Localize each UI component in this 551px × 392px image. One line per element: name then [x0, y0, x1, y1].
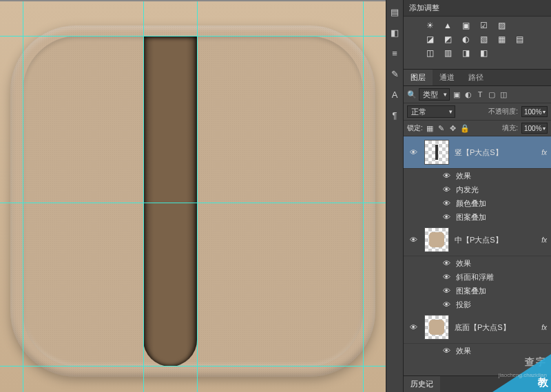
tab-history[interactable]: 历史记 — [404, 376, 440, 392]
fx-label[interactable]: 效果 — [456, 258, 471, 269]
layers-tabs: 图层 通道 路径 — [404, 70, 551, 86]
adj-lookup-icon[interactable]: ▤ — [514, 34, 525, 44]
visibility-eye-icon[interactable]: 👁 — [441, 299, 452, 310]
fx-badge[interactable]: fx — [541, 324, 547, 331]
document-canvas[interactable] — [0, 1, 386, 392]
layer-row[interactable]: 👁 竖【P大点S】 fx — [404, 136, 551, 169]
visibility-eye-icon[interactable]: 👁 — [408, 322, 419, 333]
layer-row[interactable]: 👁 底面【P大点S】 fx — [404, 311, 551, 344]
canvas-area — [0, 0, 386, 392]
panel-icon[interactable]: ✎ — [388, 68, 401, 80]
layers-list: 👁 竖【P大点S】 fx 👁效果 👁内发光 👁颜色叠加 👁图案叠加 👁 中【P大… — [404, 136, 551, 358]
fx-pattern-overlay[interactable]: 图案叠加 — [456, 286, 486, 296]
layer-name[interactable]: 竖【P大点S】 — [455, 147, 539, 158]
guide-vertical[interactable] — [363, 1, 364, 392]
adj-gradient-map-icon[interactable]: ◧ — [478, 48, 489, 58]
layer-effects-list: 👁效果 👁斜面和浮雕 👁图案叠加 👁投影 — [404, 256, 551, 311]
layer-filter-bar: 🔍 类型 ▣ ◐ T ▢ ◫ — [404, 86, 551, 103]
panel-icon[interactable]: ▤ — [388, 6, 401, 18]
filter-type-dropdown[interactable]: 类型 — [419, 88, 450, 101]
tab-paths[interactable]: 路径 — [461, 70, 490, 85]
adj-photo-filter-icon[interactable]: ▧ — [478, 34, 489, 44]
opacity-label: 不透明度: — [488, 107, 518, 116]
fx-pattern-overlay[interactable]: 图案叠加 — [456, 212, 486, 223]
opacity-input[interactable]: 100% — [521, 106, 548, 117]
layer-effects-list: 👁效果 👁内发光 👁颜色叠加 👁图案叠加 — [404, 169, 551, 224]
layer-name[interactable]: 中【P大点S】 — [455, 235, 539, 245]
guide-horizontal[interactable] — [0, 203, 386, 203]
icon-vertical-slot — [143, 36, 197, 367]
visibility-eye-icon[interactable]: 👁 — [441, 285, 452, 296]
guide-horizontal[interactable] — [0, 366, 386, 367]
visibility-eye-icon[interactable]: 👁 — [441, 184, 452, 195]
fx-label[interactable]: 效果 — [456, 171, 471, 181]
adjustments-title[interactable]: 添加调整 — [404, 0, 551, 17]
fx-badge[interactable]: fx — [541, 236, 547, 244]
panels-column: 添加调整 ☀ ▲ ▣ ☑ ▨ ◪ ◩ ◐ ▧ ▦ ▤ ◫ ▥ ◨ ◧ — [404, 0, 551, 392]
collapsed-panel-strip: ▤ ◧ ≡ ✎ A ¶ — [386, 0, 404, 392]
adjustments-body: ☀ ▲ ▣ ☑ ▨ ◪ ◩ ◐ ▧ ▦ ▤ ◫ ▥ ◨ ◧ — [404, 17, 551, 69]
adj-brightness-icon[interactable]: ☀ — [424, 21, 435, 30]
layer-thumbnail[interactable] — [424, 315, 449, 340]
visibility-eye-icon[interactable]: 👁 — [441, 345, 452, 356]
adj-posterize-icon[interactable]: ▥ — [442, 48, 453, 58]
filter-pixel-icon[interactable]: ▣ — [452, 90, 461, 99]
visibility-eye-icon[interactable]: 👁 — [441, 258, 452, 269]
lock-transparent-icon[interactable]: ▦ — [425, 123, 435, 133]
panel-icon[interactable]: ≡ — [388, 47, 401, 59]
adj-curves-icon[interactable]: ▣ — [460, 21, 471, 30]
adj-exposure-icon[interactable]: ☑ — [478, 21, 489, 30]
blend-mode-dropdown[interactable]: 正常 — [407, 105, 455, 118]
adj-bw-icon[interactable]: ◐ — [460, 34, 471, 44]
visibility-eye-icon[interactable]: 👁 — [441, 198, 452, 209]
fill-input[interactable]: 100% — [521, 123, 548, 134]
layers-panel: 图层 通道 路径 🔍 类型 ▣ ◐ T ▢ ◫ 正常 不透明度: 100% 锁定… — [404, 70, 551, 358]
layer-name[interactable]: 底面【P大点S】 — [455, 322, 539, 333]
search-icon[interactable]: 🔍 — [407, 90, 417, 99]
adjustments-panel: 添加调整 ☀ ▲ ▣ ☑ ▨ ◪ ◩ ◐ ▧ ▦ ▤ ◫ ▥ ◨ ◧ — [404, 0, 551, 70]
adj-threshold-icon[interactable]: ◨ — [460, 48, 471, 58]
fx-bevel-emboss[interactable]: 斜面和浮雕 — [456, 272, 494, 282]
guide-vertical[interactable] — [143, 1, 144, 392]
panel-icon[interactable]: ◧ — [388, 26, 401, 39]
fx-inner-glow[interactable]: 内发光 — [456, 185, 479, 195]
blend-opacity-bar: 正常 不透明度: 100% — [404, 103, 551, 121]
visibility-eye-icon[interactable]: 👁 — [441, 170, 452, 181]
adj-levels-icon[interactable]: ▲ — [442, 21, 453, 30]
fx-badge[interactable]: fx — [541, 149, 547, 156]
visibility-eye-icon[interactable]: 👁 — [408, 234, 419, 245]
lock-all-icon[interactable]: 🔒 — [460, 123, 470, 133]
guide-vertical[interactable] — [23, 1, 23, 392]
tab-channels[interactable]: 通道 — [433, 70, 461, 85]
layer-thumbnail[interactable] — [424, 227, 449, 252]
filter-type-icon[interactable]: T — [475, 90, 485, 99]
lock-position-icon[interactable]: ✥ — [448, 123, 458, 133]
filter-shape-icon[interactable]: ▢ — [487, 90, 497, 99]
visibility-eye-icon[interactable]: 👁 — [441, 271, 452, 282]
adj-balance-icon[interactable]: ◩ — [442, 34, 453, 44]
filter-adjust-icon[interactable]: ◐ — [464, 90, 473, 99]
fx-drop-shadow[interactable]: 投影 — [456, 300, 471, 310]
lock-pixels-icon[interactable]: ✎ — [437, 123, 446, 133]
visibility-eye-icon[interactable]: 👁 — [441, 212, 452, 223]
filter-smart-icon[interactable]: ◫ — [499, 90, 508, 99]
visibility-eye-icon[interactable]: 👁 — [408, 147, 419, 158]
guide-horizontal[interactable] — [0, 36, 386, 37]
lock-fill-bar: 锁定: ▦ ✎ ✥ 🔒 填充: 100% — [404, 121, 551, 136]
adj-mixer-icon[interactable]: ▦ — [496, 34, 507, 44]
panel-icon[interactable]: A — [388, 88, 401, 101]
layer-row[interactable]: 👁 中【P大点S】 fx — [404, 224, 551, 256]
tab-layers[interactable]: 图层 — [404, 70, 433, 85]
fill-label: 填充: — [502, 123, 518, 133]
panel-icon[interactable]: ¶ — [388, 109, 401, 121]
layer-effects-list: 👁效果 — [404, 344, 551, 358]
lock-label: 锁定: — [407, 123, 423, 133]
guide-vertical[interactable] — [197, 1, 198, 392]
history-panel: 历史记 — [404, 375, 551, 392]
adj-hue-icon[interactable]: ◪ — [424, 34, 435, 44]
fx-label[interactable]: 效果 — [456, 346, 471, 356]
adj-vibrance-icon[interactable]: ▨ — [496, 21, 507, 30]
layer-thumbnail[interactable] — [424, 140, 449, 165]
adj-invert-icon[interactable]: ◫ — [424, 48, 435, 58]
fx-color-overlay[interactable]: 颜色叠加 — [456, 198, 486, 209]
